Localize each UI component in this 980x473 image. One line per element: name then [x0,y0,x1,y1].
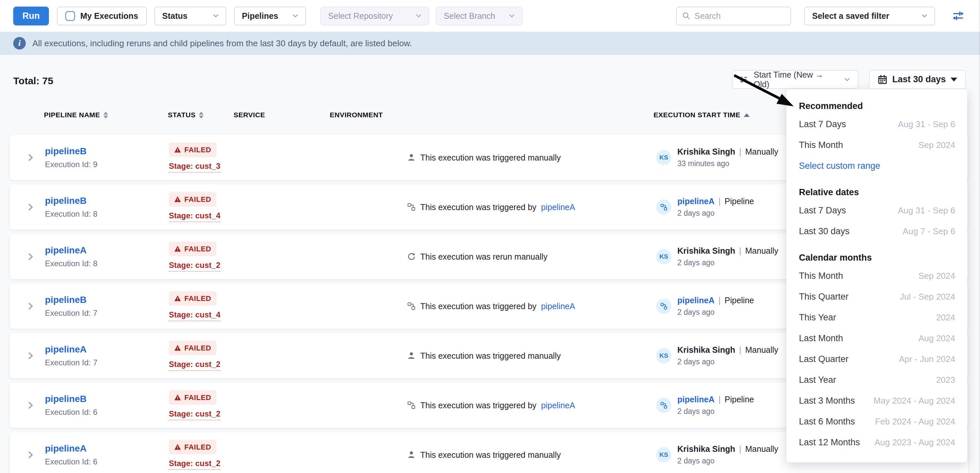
my-executions-toggle[interactable]: My Executions [57,6,147,25]
scrollbar-track[interactable] [979,0,980,473]
status-badge: FAILED [169,440,216,454]
expand-chevron-icon[interactable] [26,301,35,312]
started-by-name[interactable]: pipelineA [677,395,715,404]
started-by-lines: pipelineA | Pipeline 2 days ago [677,395,754,416]
pipeline-name-link[interactable]: pipelineA [45,245,97,256]
failed-stage-link[interactable]: Stage: cust_4 [169,211,220,222]
status-badge: FAILED [169,390,216,405]
pipeline-name-link[interactable]: pipelineB [45,146,97,157]
sort-order-dropdown[interactable]: Start Time (New → Old) [732,70,858,89]
failed-stage-link[interactable]: Stage: cust_4 [169,310,220,321]
expand-chevron-icon[interactable] [26,152,35,163]
date-menu-item[interactable]: Last Year 2023 [799,370,955,390]
separator: | [719,395,721,404]
chevron-down-icon [291,12,299,20]
repository-filter-dropdown[interactable]: Select Repository [320,6,429,25]
started-by-name[interactable]: Krishika Singh [677,345,735,355]
date-menu-item[interactable]: Last 6 Months Feb 2024 - Aug 2024 [799,411,955,432]
pipeline-trigger-icon [407,401,416,410]
pipeline-name-link[interactable]: pipelineB [45,295,97,305]
chevron-down-icon [212,12,220,20]
user-icon [407,451,416,459]
pipelines-filter-dropdown[interactable]: Pipelines [234,6,306,25]
search-icon [682,11,690,20]
column-header-status[interactable]: STATUS [168,108,204,122]
date-menu-item[interactable]: Last 3 Months May 2024 - Aug 2024 [799,390,955,411]
date-menu-item[interactable]: This Year 2024 [799,307,955,328]
status-filter-dropdown[interactable]: Status [154,6,226,25]
date-menu-item[interactable]: Last Quarter Apr - Jun 2024 [799,349,955,370]
my-executions-label: My Executions [80,11,138,21]
trigger-description: This execution was triggered manually [420,351,561,360]
failed-stage-link[interactable]: Stage: cust_2 [169,260,220,271]
total-count: Total: 75 [13,75,53,87]
branch-filter-dropdown[interactable]: Select Branch [436,6,522,25]
started-by-cell: KS Krishika Singh | Manually 2 days ago [656,345,778,366]
date-menu-item[interactable]: Select custom range [799,156,955,176]
trigger-pipeline-link[interactable]: pipelineA [541,301,575,311]
trigger-pipeline-link[interactable]: pipelineA [541,400,575,410]
relative-time: 2 days ago [677,258,778,267]
pipeline-avatar-icon [660,203,667,211]
chevron-down-icon [508,12,516,20]
repository-filter-label: Select Repository [328,11,393,21]
started-by-name[interactable]: pipelineA [677,197,715,206]
pipeline-name-link[interactable]: pipelineA [45,443,97,454]
column-header-pipeline-name[interactable]: PIPELINE NAME [44,108,108,122]
date-menu-item[interactable]: Last Month Aug 2024 [799,328,955,349]
failed-stage-link[interactable]: Stage: cust_2 [169,409,220,420]
started-by-cell: KS Krishika Singh | Manually 2 days ago [656,246,778,267]
started-by-cell: KS Krishika Singh | Manually 33 minutes … [656,147,778,168]
warning-triangle-icon [174,295,181,302]
date-menu-item[interactable]: Last 12 Months Aug 2023 - Aug 2024 [799,432,955,453]
started-by-lines: pipelineA | Pipeline 2 days ago [677,296,754,317]
date-menu-item-label: Last Quarter [799,354,848,364]
date-menu-item[interactable]: Last 30 days Aug 7 - Sep 6 [799,221,955,242]
relative-time: 2 days ago [677,357,778,366]
started-by-name[interactable]: Krishika Singh [677,147,735,157]
date-menu-section: Relative dates Last 7 Days Aug 31 - Sep … [799,184,955,242]
failed-stage-link[interactable]: Stage: cust_2 [169,359,220,371]
date-menu-item[interactable]: Last 7 Days Aug 31 - Sep 6 [799,114,955,135]
started-by-lines: Krishika Singh | Manually 33 minutes ago [677,147,778,168]
date-menu-item[interactable]: This Month Sep 2024 [799,265,955,286]
started-by-name[interactable]: Krishika Singh [677,246,735,256]
date-range-dropdown[interactable]: Last 30 days [869,70,966,89]
avatar [656,200,671,215]
info-banner: i All executions, including reruns and c… [0,32,980,55]
date-menu-item[interactable]: This Month Sep 2024 [799,135,955,156]
pipeline-name-link[interactable]: pipelineB [45,195,97,206]
status-badge-label: FAILED [185,343,211,352]
pipeline-name-cell: pipelineA Execution Id: 6 [45,443,97,467]
date-menu-item[interactable]: Last 7 Days Aug 31 - Sep 6 [799,200,955,221]
trigger-description: This execution was triggered by [420,400,536,410]
started-by-name[interactable]: Krishika Singh [677,444,735,454]
pipeline-name-link[interactable]: pipelineB [45,394,97,404]
date-menu-item-label: This Month [799,140,843,150]
status-cell: FAILED Stage: cust_2 [169,390,220,420]
pipeline-name-link[interactable]: pipelineA [45,344,97,355]
saved-filter-dropdown[interactable]: Select a saved filter [804,6,935,25]
my-executions-checkbox[interactable] [65,11,75,21]
expand-chevron-icon[interactable] [26,251,35,262]
search-input[interactable] [695,11,785,21]
expand-chevron-icon[interactable] [26,350,35,361]
status-badge-label: FAILED [185,244,211,253]
date-range-label: Last 30 days [892,74,946,84]
started-by-name[interactable]: pipelineA [677,296,715,305]
expand-chevron-icon[interactable] [26,400,35,411]
column-header-execution-start-time[interactable]: EXECUTION START TIME [654,108,750,122]
date-menu-item-value: May 2024 - Aug 2024 [873,396,955,406]
filter-sliders-button[interactable] [950,7,967,24]
trigger-pipeline-link[interactable]: pipelineA [541,202,575,212]
expand-chevron-icon[interactable] [26,202,35,213]
failed-stage-link[interactable]: Stage: cust_2 [169,459,220,470]
run-button[interactable]: Run [13,6,49,25]
chevron-down-icon [415,12,423,20]
failed-stage-link[interactable]: Stage: cust_3 [169,161,220,172]
date-menu-item-label: Last 12 Months [799,437,860,448]
sort-descending-icon [739,75,748,84]
expand-chevron-icon[interactable] [26,449,35,460]
date-menu-item[interactable]: This Quarter Jul - Sep 2024 [799,286,955,307]
chevron-down-icon [843,76,851,84]
